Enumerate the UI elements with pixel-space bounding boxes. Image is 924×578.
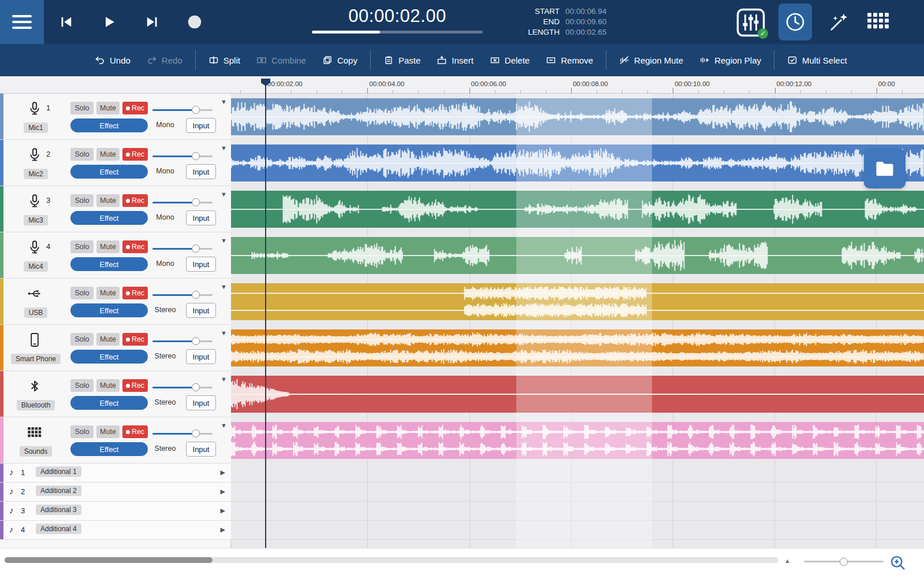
- effect-button[interactable]: Effect: [70, 118, 148, 132]
- record-arm-button[interactable]: Rec: [122, 194, 148, 207]
- input-button[interactable]: Input: [186, 118, 216, 133]
- solo-button[interactable]: Solo: [70, 102, 94, 114]
- volume-slider[interactable]: [152, 383, 213, 391]
- clock-tool-button[interactable]: [778, 3, 812, 40]
- solo-button[interactable]: Solo: [70, 287, 94, 299]
- solo-button[interactable]: Solo: [70, 379, 94, 392]
- chevron-down-icon[interactable]: ▼: [221, 422, 227, 429]
- apps-grid-button[interactable]: [867, 13, 891, 31]
- toolbar-item-split[interactable]: Split: [200, 44, 248, 76]
- volume-slider-handle[interactable]: [192, 198, 200, 206]
- effect-button[interactable]: Effect: [70, 257, 148, 271]
- horizontal-scrollbar[interactable]: [5, 557, 778, 563]
- zoom-slider[interactable]: [804, 558, 884, 566]
- toolbar-item-delete[interactable]: Delete: [482, 44, 538, 76]
- chevron-right-icon[interactable]: ▶: [221, 507, 225, 514]
- solo-button[interactable]: Solo: [70, 333, 94, 346]
- mixer-button[interactable]: ✓: [736, 8, 766, 38]
- toolbar-item-region-play[interactable]: Region Play: [691, 44, 769, 76]
- additional-track-row[interactable]: ♪ 1 Additional 1 ▶: [0, 464, 231, 483]
- chevron-down-icon[interactable]: ▼: [221, 329, 227, 336]
- input-button[interactable]: Input: [186, 303, 216, 318]
- selection-region-overlay[interactable]: [516, 94, 652, 548]
- playhead-line[interactable]: [265, 85, 266, 548]
- chevron-right-icon[interactable]: ▶: [221, 488, 225, 495]
- chevron-down-icon[interactable]: ▼: [221, 283, 227, 290]
- scrollbar-thumb[interactable]: [5, 557, 213, 563]
- record-button[interactable]: [181, 9, 208, 35]
- additional-track-row[interactable]: ♪ 3 Additional 3 ▶: [0, 502, 231, 521]
- volume-slider[interactable]: [152, 244, 213, 253]
- record-arm-button[interactable]: Rec: [122, 240, 148, 253]
- toolbar-item-region-mute[interactable]: Region Mute: [611, 44, 691, 76]
- input-button[interactable]: Input: [186, 257, 216, 272]
- chevron-right-icon[interactable]: ▶: [221, 526, 225, 533]
- play-button[interactable]: [96, 9, 122, 35]
- volume-slider-handle[interactable]: [192, 291, 200, 299]
- chevron-down-icon[interactable]: ▼: [221, 144, 227, 151]
- solo-button[interactable]: Solo: [70, 425, 94, 438]
- skip-back-button[interactable]: [53, 9, 80, 35]
- record-arm-button[interactable]: Rec: [122, 379, 148, 392]
- timeline-ruler[interactable]: 00:00:02.0000:00:04.0000:00:06.0000:00:0…: [0, 76, 924, 94]
- chevron-down-icon[interactable]: ▼: [221, 376, 227, 383]
- record-arm-button[interactable]: Rec: [122, 425, 148, 438]
- waveform-lanes[interactable]: [231, 94, 924, 548]
- solo-button[interactable]: Solo: [70, 148, 94, 161]
- skip-forward-button[interactable]: [139, 9, 165, 35]
- toolbar-item-undo[interactable]: Undo: [87, 44, 139, 76]
- wand-button[interactable]: [827, 10, 850, 34]
- volume-slider[interactable]: [152, 198, 213, 206]
- chevron-down-icon[interactable]: ▼: [221, 191, 227, 198]
- chevron-down-icon[interactable]: ▼: [221, 98, 227, 105]
- toolbar-item-insert[interactable]: Insert: [429, 44, 482, 76]
- toolbar-item-paste[interactable]: Paste: [375, 44, 429, 76]
- menu-button[interactable]: [0, 0, 44, 44]
- mute-button[interactable]: Mute: [96, 333, 120, 346]
- record-arm-button[interactable]: Rec: [122, 333, 148, 346]
- effect-button[interactable]: Effect: [70, 350, 148, 364]
- volume-slider[interactable]: [152, 152, 213, 160]
- solo-button[interactable]: Solo: [70, 240, 94, 253]
- input-button[interactable]: Input: [186, 395, 216, 410]
- volume-slider-handle[interactable]: [192, 337, 200, 345]
- volume-slider[interactable]: [152, 106, 213, 114]
- mute-button[interactable]: Mute: [96, 148, 120, 161]
- toolbar-item-multi-select[interactable]: Multi Select: [779, 44, 855, 76]
- volume-slider-handle[interactable]: [192, 244, 200, 253]
- collapse-arrow-icon[interactable]: ▲: [784, 557, 791, 564]
- volume-slider-handle[interactable]: [192, 106, 200, 114]
- mute-button[interactable]: Mute: [96, 240, 120, 253]
- file-folder-button[interactable]: [864, 149, 906, 188]
- volume-slider[interactable]: [152, 429, 213, 438]
- volume-slider-handle[interactable]: [192, 429, 200, 438]
- volume-slider-handle[interactable]: [192, 383, 200, 391]
- additional-track-row[interactable]: ♪ 2 Additional 2 ▶: [0, 483, 231, 502]
- effect-button[interactable]: Effect: [70, 165, 148, 179]
- record-arm-button[interactable]: Rec: [122, 287, 148, 299]
- mute-button[interactable]: Mute: [96, 287, 120, 299]
- effect-button[interactable]: Effect: [70, 303, 148, 317]
- mute-button[interactable]: Mute: [96, 379, 120, 392]
- input-button[interactable]: Input: [186, 164, 216, 179]
- solo-button[interactable]: Solo: [70, 194, 94, 207]
- effect-button[interactable]: Effect: [70, 396, 148, 410]
- additional-track-row[interactable]: ♪ 4 Additional 4 ▶: [0, 521, 231, 540]
- mute-button[interactable]: Mute: [96, 194, 120, 207]
- record-arm-button[interactable]: Rec: [122, 102, 148, 114]
- record-arm-button[interactable]: Rec: [122, 148, 148, 161]
- toolbar-item-remove[interactable]: Remove: [538, 44, 601, 76]
- input-button[interactable]: Input: [186, 210, 216, 225]
- input-button[interactable]: Input: [186, 349, 216, 364]
- zoom-slider-handle[interactable]: [840, 558, 848, 566]
- mute-button[interactable]: Mute: [96, 102, 120, 114]
- chevron-down-icon[interactable]: ▼: [221, 237, 227, 244]
- input-button[interactable]: Input: [186, 442, 216, 457]
- volume-slider[interactable]: [152, 291, 213, 299]
- volume-slider[interactable]: [152, 337, 213, 345]
- effect-button[interactable]: Effect: [70, 211, 148, 225]
- zoom-magnifier-icon[interactable]: [889, 554, 907, 574]
- chevron-right-icon[interactable]: ▶: [221, 469, 225, 476]
- toolbar-item-copy[interactable]: Copy: [314, 44, 366, 76]
- mute-button[interactable]: Mute: [96, 425, 120, 438]
